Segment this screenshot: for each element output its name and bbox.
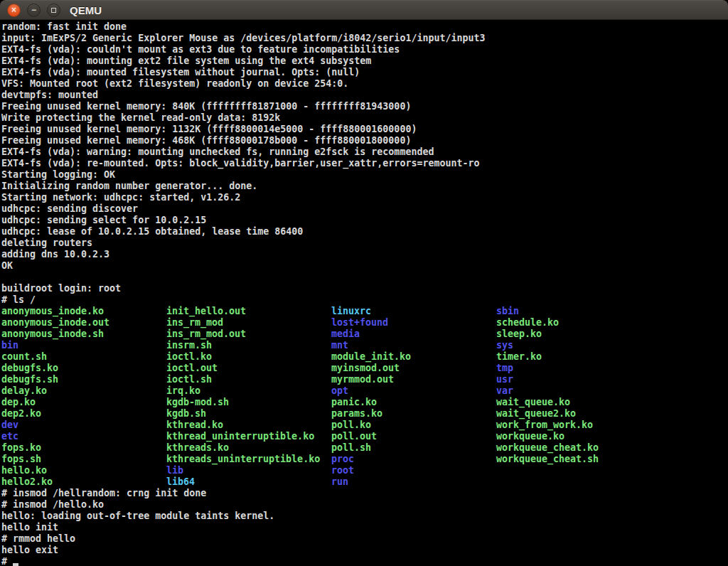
dir-entry: var	[496, 385, 661, 397]
file-entry: kthreads_uninterruptible.ko	[166, 454, 331, 465]
dir-entry: mnt	[331, 340, 496, 351]
boot-log-line: EXT4-fs (vda): warning: mounting uncheck…	[1, 146, 728, 158]
file-entry: fops.ko	[1, 442, 166, 454]
dir-entry: dev	[1, 420, 166, 431]
dir-entry: lost+found	[331, 317, 496, 329]
ls-output-row: debugfs.koioctl.outmyinsmod.outtmp	[1, 363, 728, 374]
boot-log-line: Starting logging: OK	[1, 169, 728, 181]
file-entry: poll.sh	[331, 442, 496, 454]
ls-output-row: hello2.kolib64run	[1, 476, 728, 488]
ls-output-row: fops.kokthreads.kopoll.shworkqueue_cheat…	[1, 442, 728, 454]
file-entry: debugfs.ko	[1, 363, 166, 374]
file-entry: kthread.ko	[166, 420, 331, 431]
dir-entry: lib	[166, 465, 331, 476]
minimize-button[interactable]: −	[27, 4, 41, 17]
shell-output-line: hello: loading out-of-tree module taints…	[1, 511, 728, 522]
shell-output-line: hello exit	[1, 545, 728, 556]
ls-output-row: dep.kokgdb-mod.shpanic.kowait_queue.ko	[1, 397, 728, 408]
dir-entry: sys	[496, 340, 661, 351]
file-entry: ins_rm_mod	[166, 317, 331, 329]
boot-log-line: Initializing random number generator... …	[1, 181, 728, 192]
boot-log-line: Freeing unused kernel memory: 1132K (fff…	[1, 124, 728, 135]
file-entry: ioctl.out	[166, 363, 331, 374]
file-entry: schedule.ko	[496, 317, 661, 329]
ls-output-row: debugfs.shioctl.shmyrmmod.outusr	[1, 374, 728, 385]
boot-log-line: EXT4-fs (vda): mounted filesystem withou…	[1, 67, 728, 78]
boot-log-line: Freeing unused kernel memory: 468K (ffff…	[1, 135, 728, 146]
close-icon: ×	[11, 6, 16, 14]
boot-log-line: VFS: Mounted root (ext2 filesystem) read…	[1, 78, 728, 90]
file-entry: poll.ko	[331, 420, 496, 431]
file-entry: myinsmod.out	[331, 363, 496, 374]
file-entry: ins_rm_mod.out	[166, 329, 331, 340]
shell-output-line: # rmmod hello	[1, 533, 728, 545]
boot-log-line: Write protecting the kernel read-only da…	[1, 112, 728, 124]
boot-log-line: EXT4-fs (vda): mounting ext2 file system…	[1, 55, 728, 67]
file-entry: workqueue.ko	[496, 431, 661, 442]
file-entry: fops.sh	[1, 454, 166, 465]
ls-output-row: delay.koirq.kooptvar	[1, 385, 728, 397]
shell-output-line: hello init	[1, 522, 728, 533]
file-entry: work_from_work.ko	[496, 420, 661, 431]
ls-output-row: anonymous_inode.shins_rm_mod.outmediasle…	[1, 329, 728, 340]
file-entry: dep.ko	[1, 397, 166, 408]
file-entry: init_hello.out	[166, 306, 331, 317]
file-entry: delay.ko	[1, 385, 166, 397]
boot-log-line: devtmpfs: mounted	[1, 90, 728, 101]
file-entry: sleep.ko	[496, 329, 661, 340]
ls-output-row: count.shioctl.komodule_init.kotimer.ko	[1, 351, 728, 363]
boot-log-line: udhcpc: lease of 10.0.2.15 obtained, lea…	[1, 226, 728, 237]
file-entry: timer.ko	[496, 351, 661, 363]
file-entry: module_init.ko	[331, 351, 496, 363]
boot-log-line: input: ImExPS/2 Generic Explorer Mouse a…	[1, 33, 728, 44]
file-entry: kthreads.ko	[166, 442, 331, 454]
ls-output-row: anonymous_inode.outins_rm_modlost+founds…	[1, 317, 728, 329]
close-button[interactable]: ×	[7, 4, 21, 17]
ls-output-row: dep2.kokgdb.shparams.kowait_queue2.ko	[1, 408, 728, 420]
dir-entry: root	[331, 465, 496, 476]
minimize-icon: −	[31, 6, 36, 14]
file-entry: ioctl.ko	[166, 351, 331, 363]
file-entry: kthread_uninterruptible.ko	[166, 431, 331, 442]
boot-log-line: adding dns 10.0.2.3	[1, 249, 728, 260]
prompt-line: #	[1, 556, 728, 566]
maximize-icon	[51, 8, 56, 13]
boot-log-line: EXT4-fs (vda): couldn't mount as ext3 du…	[1, 44, 728, 55]
file-entry: hello2.ko	[1, 476, 166, 488]
dir-entry: opt	[331, 385, 496, 397]
boot-log-line: deleting routers	[1, 237, 728, 249]
boot-log-line: Freeing unused kernel memory: 840K (ffff…	[1, 101, 728, 112]
dir-entry: usr	[496, 374, 661, 385]
file-entry: poll.out	[331, 431, 496, 442]
boot-log-line: # ls /	[1, 294, 728, 306]
file-entry: anonymous_inode.out	[1, 317, 166, 329]
file-entry: workqueue_cheat.sh	[496, 454, 661, 465]
file-entry: panic.ko	[331, 397, 496, 408]
dir-entry: etc	[1, 431, 166, 442]
dir-entry: sbin	[496, 306, 661, 317]
boot-log-line: EXT4-fs (vda): re-mounted. Opts: block_v…	[1, 158, 728, 169]
boot-log-line: udhcpc: sending select for 10.0.2.15	[1, 215, 728, 226]
file-entry: count.sh	[1, 351, 166, 363]
boot-log-line: buildroot login: root	[1, 283, 728, 294]
file-entry: wait_queue.ko	[496, 397, 661, 408]
file-entry: hello.ko	[1, 465, 166, 476]
file-entry: kgdb.sh	[166, 408, 331, 420]
dir-entry: run	[331, 476, 496, 488]
ls-output-row: anonymous_inode.koinit_hello.outlinuxrcs…	[1, 306, 728, 317]
dir-entry: proc	[331, 454, 496, 465]
ls-output-row: devkthread.kopoll.kowork_from_work.ko	[1, 420, 728, 431]
file-entry: wait_queue2.ko	[496, 408, 661, 420]
terminal-screen[interactable]: random: fast init doneinput: ImExPS/2 Ge…	[0, 20, 728, 566]
boot-log-line: udhcpc: sending discover	[1, 203, 728, 215]
maximize-button[interactable]	[47, 4, 60, 17]
file-entry: insrm.sh	[166, 340, 331, 351]
dir-entry: tmp	[496, 363, 661, 374]
symlink-entry: linuxrc	[331, 306, 496, 317]
file-entry: ioctl.sh	[166, 374, 331, 385]
titlebar[interactable]: × − QEMU	[0, 0, 728, 20]
boot-log-line	[1, 272, 728, 283]
file-entry: anonymous_inode.ko	[1, 306, 166, 317]
window-title: QEMU	[70, 4, 102, 16]
ls-output-row: etckthread_uninterruptible.kopoll.outwor…	[1, 431, 728, 442]
